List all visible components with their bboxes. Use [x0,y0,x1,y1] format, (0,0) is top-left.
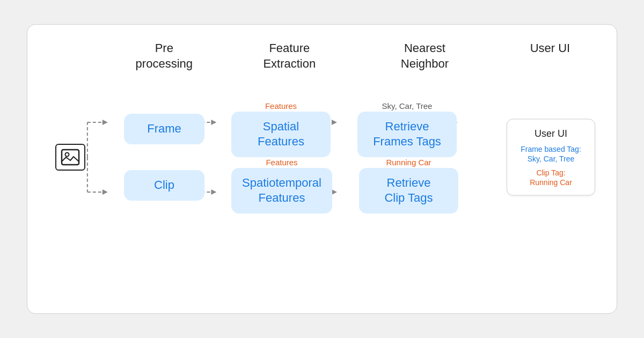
svg-point-19 [65,153,69,157]
clip-tag-value: Running Car [517,178,585,187]
user-ui-box: User UI Frame based Tag: Sky, Car, Tree … [507,119,595,196]
running-car-label: Running Car [386,158,431,167]
header-user-ui: User UI [505,41,595,71]
header-nearest-neighbor: NearestNeighbor [370,41,480,71]
spatiotemporal-features-node: SpatiotemporalFeatures [231,168,332,214]
retrieve-clip-tags-node: RetrieveClip Tags [359,168,458,214]
svg-rect-18 [62,150,79,165]
features-label-row2: Features [266,158,297,167]
column-headers: Preprocessing FeatureExtraction NearestN… [49,41,595,71]
sky-car-tree-label: Sky, Car, Tree [382,101,433,111]
frame-node: Frame [124,114,204,144]
header-feature-extraction: FeatureExtraction [235,41,345,71]
diagram-container: Preprocessing FeatureExtraction NearestN… [27,24,617,314]
clip-node: Clip [124,170,204,201]
features-label-row1: Features [265,101,297,111]
user-ui-title: User UI [517,128,585,139]
image-icon [55,144,85,171]
spatial-features-node: SpatialFeatures [231,112,331,157]
retrieve-frames-node: RetrieveFrames Tags [357,112,457,157]
header-preprocessing: Preprocessing [119,41,209,71]
frame-tag-label: Frame based Tag: [517,145,585,153]
frame-tag-value: Sky, Car, Tree [517,155,585,163]
clip-tag-label: Clip Tag: [517,168,585,177]
